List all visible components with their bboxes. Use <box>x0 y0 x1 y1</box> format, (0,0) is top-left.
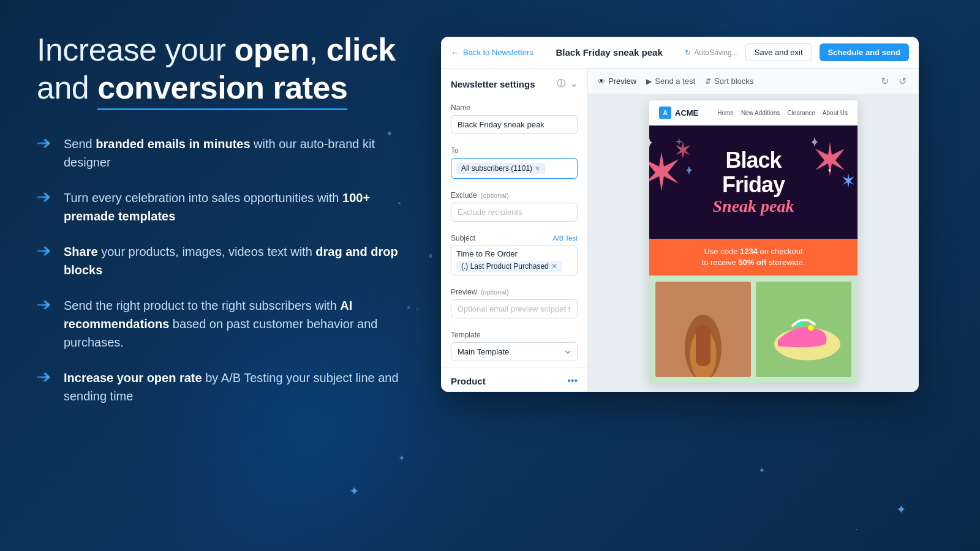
svg-point-6 <box>808 325 814 331</box>
product-options-button[interactable]: ••• <box>567 375 578 386</box>
app-window: ← Back to Newsletters Black Friday sneak… <box>441 37 919 392</box>
sort-blocks-tab[interactable]: ⇵ Sort blocks <box>705 77 753 86</box>
feature-text-1: Send branded emails in minutes with our … <box>64 135 417 171</box>
redo-button[interactable]: ↺ <box>896 73 909 89</box>
preview-label: Preview <box>608 77 636 86</box>
email-logo: A ACME <box>659 107 698 119</box>
template-field-group: Template Main Template <box>441 324 587 367</box>
newsletter-settings-title: Newsletter settings ⓘ ⌄ <box>441 69 587 97</box>
logo-text: ACME <box>675 108 698 118</box>
save-and-exit-button[interactable]: Save and exit <box>745 43 812 61</box>
feature-text-4: Send the right product to the right subs… <box>64 296 417 351</box>
product-section-header: Product ••• <box>441 367 587 391</box>
arrow-icon-5 <box>37 371 54 383</box>
headline-word3: conversion rates <box>97 69 347 110</box>
subject-tag-text: (.) Last Product Purchased <box>461 262 549 271</box>
undo-redo-controls: ↻ ↺ <box>878 73 909 89</box>
preview-field-group: Preview (optional) <box>441 282 587 324</box>
collapse-icon[interactable]: ⌄ <box>570 79 578 89</box>
preview-input[interactable] <box>451 299 578 318</box>
product-card-1 <box>655 282 751 377</box>
app-topbar: ← Back to Newsletters Black Friday sneak… <box>441 37 919 69</box>
subscribers-tag: All subscribers (1101) ✕ <box>456 163 545 174</box>
logo-square: A <box>659 107 671 119</box>
feature-item-3: Share your products, images, videos text… <box>37 242 417 279</box>
arrow-icon-1 <box>37 137 54 149</box>
nav-new-additions: New Additions <box>741 110 780 116</box>
product-image-1 <box>655 282 751 377</box>
exclude-input[interactable] <box>451 203 578 222</box>
name-field-group: Name <box>441 97 587 140</box>
preview-label-text: Preview <box>451 288 477 296</box>
arrow-icon-4 <box>37 299 54 311</box>
subject-text: Time to Re Order <box>456 249 518 258</box>
headline-prefix: Increase your <box>37 32 235 67</box>
subscribers-tag-text: All subscribers (1101) <box>461 164 532 173</box>
remove-subject-tag[interactable]: ✕ <box>551 262 557 271</box>
headline-sep1: , <box>309 32 326 67</box>
feature-text-5: Increase your open rate by A/B Testing y… <box>64 369 417 405</box>
nav-about: About Us <box>823 110 848 116</box>
app-window-title: Black Friday sneak peak <box>541 47 677 58</box>
app-right-panel: 👁 Preview ▶ Send a test ⇵ Sort blocks <box>588 69 919 392</box>
eye-icon: 👁 <box>598 77 605 86</box>
nav-home: Home <box>717 110 734 116</box>
info-icon[interactable]: ⓘ <box>557 78 565 89</box>
subject-field-group: Subject A/B Test Time to Re Order (.) La… <box>441 228 587 282</box>
preview-tab[interactable]: 👁 Preview <box>598 77 636 86</box>
back-to-newsletters-button[interactable]: ← Back to Newsletters <box>451 48 533 58</box>
bf-title-black: Black <box>713 148 794 173</box>
sort-icon: ⇵ <box>705 77 711 86</box>
bf-banner-bg: + • Black Friday Sneak peak <box>649 126 858 239</box>
image-section-row[interactable]: Image ⌄ <box>441 391 587 392</box>
back-label: Back to Newsletters <box>463 48 533 57</box>
send-test-tab[interactable]: ▶ Send a test <box>646 77 695 86</box>
email-nav-links: Home New Additions Clearance About Us <box>717 110 848 116</box>
template-label: Template <box>451 331 578 339</box>
preview-label: Preview (optional) <box>451 288 578 296</box>
autosave-status: ↻ AutoSaving... <box>685 48 737 57</box>
settings-title-text: Newsletter settings <box>451 79 535 89</box>
product-grid <box>649 276 858 383</box>
burst-right-svg <box>812 135 858 196</box>
headline-word1: open <box>235 32 309 67</box>
burst-left-svg <box>649 138 698 199</box>
app-sidebar: Newsletter settings ⓘ ⌄ Name To <box>441 69 588 392</box>
name-label: Name <box>451 103 578 112</box>
nav-clearance: Clearance <box>787 110 815 116</box>
feature-text-2: Turn every celebration into sales opport… <box>64 189 417 225</box>
subject-tag-input[interactable]: Time to Re Order (.) Last Product Purcha… <box>451 246 578 276</box>
svg-point-7 <box>797 322 802 326</box>
headline-word2: click <box>326 32 396 67</box>
send-test-label: Send a test <box>655 77 695 86</box>
left-panel: Increase your open, click and conversion… <box>37 31 417 520</box>
email-preview-container: A ACME Home New Additions Clearance Abou… <box>649 100 858 383</box>
feature-item-5: Increase your open rate by A/B Testing y… <box>37 369 417 405</box>
undo-button[interactable]: ↻ <box>878 73 891 89</box>
bf-text-container: + • Black Friday Sneak peak <box>713 148 794 216</box>
template-select[interactable]: Main Template <box>451 342 578 361</box>
to-tag-input[interactable]: All subscribers (1101) ✕ <box>451 158 578 179</box>
main-headline: Increase your open, click and conversion… <box>37 31 417 110</box>
cross-deco-1: + <box>676 136 683 149</box>
preview-optional-text: (optional) <box>481 288 509 296</box>
feature-item-1: Send branded emails in minutes with our … <box>37 135 417 171</box>
exclude-label-text: Exclude <box>451 191 477 200</box>
dot-deco-bf: • <box>828 167 831 175</box>
svg-rect-3 <box>696 326 710 366</box>
name-input[interactable] <box>451 115 578 134</box>
send-icon: ▶ <box>646 77 652 86</box>
schedule-and-send-button[interactable]: Schedule and send <box>820 43 909 61</box>
product-section-title: Product <box>451 376 486 386</box>
autosave-label: AutoSaving... <box>694 48 737 57</box>
remove-subscribers-tag[interactable]: ✕ <box>535 165 540 173</box>
subject-label-text: Subject <box>451 234 475 242</box>
right-panel: ← Back to Newsletters Black Friday sneak… <box>441 31 943 520</box>
app-body: Newsletter settings ⓘ ⌄ Name To <box>441 69 919 392</box>
sort-blocks-label: Sort blocks <box>714 77 753 86</box>
arrow-icon-2 <box>37 191 54 203</box>
promo-text-1: Use code 1234 on checkout <box>659 246 848 257</box>
ab-test-link[interactable]: A/B Test <box>552 234 578 242</box>
exclude-field-group: Exclude (optional) <box>441 185 587 228</box>
exclude-optional-text: (optional) <box>481 192 509 199</box>
